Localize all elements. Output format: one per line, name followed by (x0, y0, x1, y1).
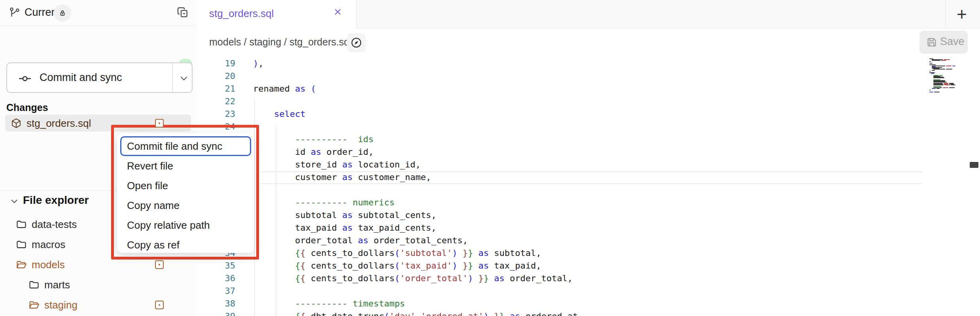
modified-indicator (155, 119, 164, 128)
file-explorer-label: staging (44, 299, 78, 311)
dbt-ide-window: Current Version (0, 0, 980, 316)
minimap-line (933, 69, 945, 70)
changes-section-label: Changes (6, 102, 48, 113)
branch-bar: Current (0, 0, 197, 26)
context-menu-item[interactable]: Revert file (117, 156, 254, 176)
code-line[interactable]: renamed as ( (253, 83, 316, 95)
code-line[interactable]: subtotal as subtotal_cents, (253, 209, 437, 222)
minimap-line (932, 88, 936, 89)
code-line[interactable]: {{ cents_to_dollars('subtotal') }} as su… (253, 247, 541, 260)
modified-indicator (155, 260, 164, 269)
minimap-line (929, 63, 933, 64)
minimap-line (944, 85, 950, 85)
lineage-compass-button[interactable] (347, 33, 366, 52)
cube-icon (11, 118, 22, 129)
lock-icon (59, 9, 66, 17)
split-button-divider (172, 63, 173, 92)
minimap-line (932, 60, 940, 61)
tab-title: stg_orders.sql (209, 8, 274, 20)
file-explorer-label: macros (32, 239, 65, 251)
context-menu-item[interactable]: Commit file and sync (120, 136, 251, 156)
code-line[interactable]: {{ cents_to_dollars('order_total') }} as… (253, 272, 573, 285)
folder-icon (28, 279, 40, 290)
line-number: 21 (197, 83, 235, 95)
changed-file-name: stg_orders.sql (26, 117, 91, 130)
file-explorer-item-models[interactable]: models (0, 255, 197, 275)
copy-icon[interactable] (176, 6, 189, 19)
minimap-line (949, 87, 955, 88)
minimap-line (952, 66, 955, 66)
tab-stg-orders[interactable]: stg_orders.sql (197, 0, 357, 28)
folder-open-icon (28, 299, 40, 310)
line-number: 22 (197, 95, 235, 108)
minimap-line (941, 60, 946, 61)
minimap-line (933, 85, 944, 85)
context-menu-item[interactable]: Open file (117, 176, 254, 196)
git-branch-icon (9, 7, 21, 19)
file-explorer-label: data-tests (32, 218, 77, 231)
minimap-line (933, 77, 944, 78)
line-number: 23 (197, 108, 235, 120)
context-menu: Commit file and syncRevert fileOpen file… (117, 133, 254, 253)
code-line[interactable]: id as order_id, (253, 146, 374, 158)
close-icon[interactable] (333, 7, 343, 17)
folder-icon (16, 219, 27, 230)
modified-indicator (155, 301, 164, 309)
line-number: 39 (197, 310, 235, 316)
code-line[interactable]: order_total as order_total_cents, (253, 234, 468, 247)
line-number: 24 (197, 120, 235, 133)
minimap-line (929, 61, 931, 62)
chevron-down-icon[interactable] (9, 196, 19, 206)
save-label: Save (940, 36, 965, 48)
code-line[interactable]: customer as customer_name, (253, 171, 431, 184)
code-line[interactable]: ), (253, 57, 264, 70)
code-editor[interactable]: 1920212223242526272829303132333435363738… (197, 57, 980, 316)
file-explorer-label: models (32, 259, 65, 271)
version-control-header[interactable]: Version control 1 (0, 26, 197, 57)
context-menu-item[interactable]: Copy as ref (117, 235, 254, 255)
minimap-line (929, 92, 933, 92)
minimap-line (936, 88, 940, 89)
code-line[interactable]: tax_paid as tax_paid_cents, (253, 222, 437, 234)
line-number: 38 (197, 297, 235, 310)
folder-open-icon (16, 259, 27, 270)
minimap-line (929, 90, 931, 90)
code-line[interactable]: select (253, 108, 305, 120)
minimap-line (946, 66, 952, 66)
code-line[interactable]: ---------- ids (253, 133, 374, 146)
commit-and-sync-button[interactable]: Commit and sync (6, 62, 193, 93)
minimap[interactable] (929, 58, 965, 153)
minimap-line (932, 70, 935, 71)
context-menu-item[interactable]: Copy name (117, 196, 254, 215)
line-number: 19 (197, 57, 235, 70)
tab-bar-divider (945, 0, 946, 28)
file-explorer-label: marts (44, 279, 70, 291)
compass-icon (350, 37, 362, 49)
chevron-down-icon[interactable] (179, 73, 189, 83)
file-explorer-item-staging[interactable]: staging (0, 295, 197, 315)
commit-and-sync-label: Commit and sync (40, 71, 122, 84)
code-line[interactable]: ---------- numerics (253, 196, 395, 209)
save-button[interactable]: Save (919, 31, 968, 54)
save-icon (926, 36, 938, 48)
line-number: 36 (197, 272, 235, 285)
file-explorer-item-marts[interactable]: marts (0, 275, 197, 295)
minimap-line (946, 69, 952, 70)
minimap-line (931, 73, 934, 74)
code-line[interactable]: store_id as location_id, (253, 158, 421, 171)
line-number: 20 (197, 70, 235, 83)
file-explorer-title: File explorer (23, 194, 89, 207)
minimap-line (929, 71, 931, 71)
code-line[interactable]: {{ dbt.date_trunc('day','ordered_at') }}… (253, 310, 583, 316)
minimap-line (934, 92, 940, 92)
line-number: 37 (197, 285, 235, 297)
folder-icon (16, 239, 27, 250)
scrollbar-thumb[interactable] (970, 162, 978, 168)
code-line[interactable]: {{ cents_to_dollars('tax_paid') }} as ta… (253, 260, 541, 272)
code-line[interactable]: ---------- timestamps (253, 297, 405, 310)
context-menu-item[interactable]: Copy relative path (117, 215, 254, 235)
new-tab-button[interactable]: + (957, 2, 967, 26)
editor-tab-bar: stg_orders.sql + (197, 0, 980, 28)
breadcrumb: models / staging / stg_orders.sql (209, 36, 352, 48)
minimap-line (951, 85, 955, 85)
